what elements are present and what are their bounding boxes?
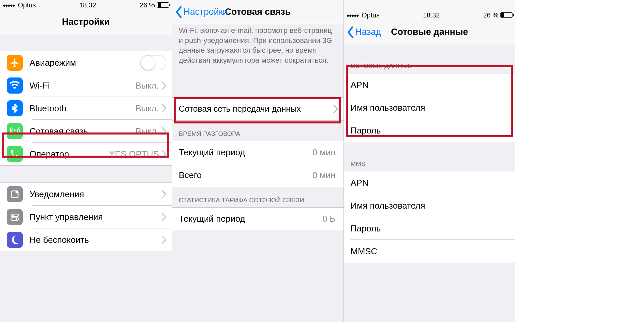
battery-icon	[157, 2, 169, 8]
row-label: APN	[351, 178, 510, 188]
row-value: 0 Б	[322, 214, 335, 224]
notifications-icon	[7, 186, 23, 202]
carrier-name: Optus	[362, 11, 379, 19]
row-wifi[interactable]: Wi-Fi Выкл.	[0, 74, 172, 97]
row-label: APN	[351, 80, 510, 90]
row-label: Wi-Fi	[30, 80, 136, 91]
battery-percentage: 26 %	[140, 1, 155, 9]
row-label: Текущий период	[179, 214, 322, 224]
row-label: Всего	[179, 170, 313, 180]
back-label: Настройки	[183, 7, 228, 17]
group-talk-time: Текущий период 0 мин Всего 0 мин	[172, 141, 343, 187]
row-carrier[interactable]: Оператор YES OPTUS	[0, 143, 172, 165]
group-general: Уведомления Пункт управления Не беспокои…	[0, 182, 172, 251]
header-cellular-data: СОТОВЫЕ ДАННЫЕ	[344, 44, 515, 73]
row-password[interactable]: Пароль	[344, 119, 515, 142]
row-apn[interactable]: APN	[344, 73, 515, 96]
row-label: Пароль	[351, 223, 510, 234]
chevron-right-icon	[162, 82, 166, 90]
navbar: Настройки Сотовая связь	[172, 0, 343, 24]
back-button[interactable]: Настройки	[175, 0, 228, 24]
row-mms-username[interactable]: Имя пользователя	[344, 194, 515, 217]
row-cellular[interactable]: Сотовая связь Выкл.	[0, 120, 172, 143]
status-bar: ●●●●● Optus 18:32 26 %	[0, 0, 172, 10]
svg-point-5	[16, 218, 17, 220]
screen-cellular: ●●●●● Optus 18:32 26 % Настройки Сотовая…	[172, 0, 343, 322]
chevron-right-icon	[333, 105, 338, 113]
airplane-icon	[7, 55, 23, 71]
row-cellular-data-network[interactable]: Сотовая сеть передачи данных	[172, 98, 343, 120]
row-mms-apn[interactable]: APN	[344, 171, 515, 194]
control-center-icon	[7, 209, 23, 225]
row-mms-password[interactable]: Пароль	[344, 217, 515, 240]
status-bar: ●●●●● Optus 18:32 26 %	[344, 10, 515, 20]
screen-cellular-data: .phone:nth-child(3) > div:first-child{di…	[343, 0, 515, 322]
content[interactable]: Wi-Fi, включая e-mail, просмотр веб-стра…	[172, 24, 343, 322]
back-button[interactable]: Назад	[347, 20, 381, 44]
cell-tower-icon	[7, 123, 23, 139]
content[interactable]: Авиарежим Wi-Fi Выкл. Bluetooth Выкл.	[0, 34, 172, 322]
row-label: MMSC	[351, 246, 510, 257]
row-label: Имя пользователя	[351, 201, 510, 211]
group-stats: Текущий период 0 Б	[172, 207, 343, 230]
row-stats-current[interactable]: Текущий период 0 Б	[172, 208, 343, 230]
signal-dots-icon: ●●●●●	[3, 2, 14, 8]
chevron-right-icon	[162, 236, 166, 244]
clock: 18:32	[380, 11, 483, 19]
phone-icon	[7, 146, 23, 162]
row-mmsc[interactable]: MMSC	[344, 240, 515, 263]
chevron-right-icon	[162, 190, 166, 198]
row-label: Bluetooth	[30, 103, 136, 114]
row-value: Выкл.	[136, 126, 159, 137]
row-label: Уведомления	[30, 189, 162, 200]
row-label: Имя пользователя	[351, 103, 510, 113]
row-value: Выкл.	[136, 103, 159, 114]
back-label: Назад	[355, 27, 381, 37]
wifi-icon	[7, 77, 23, 94]
bluetooth-icon	[7, 100, 23, 116]
page-title: Настройки	[62, 17, 110, 27]
row-value: 0 мин	[313, 147, 335, 158]
navbar: Настройки	[0, 10, 172, 34]
group-cellular-data: APN Имя пользователя Пароль	[344, 73, 515, 142]
row-label: Пароль	[351, 125, 510, 136]
group-mms: APN Имя пользователя Пароль MMSC	[344, 171, 515, 263]
row-bluetooth[interactable]: Bluetooth Выкл.	[0, 97, 172, 120]
content[interactable]: СОТОВЫЕ ДАННЫЕ APN Имя пользователя Паро…	[344, 44, 515, 322]
carrier-name: Optus	[18, 1, 36, 9]
header-talk-time: ВРЕМЯ РАЗГОВОРА	[172, 121, 343, 141]
header-stats: СТАТИСТИКА ТАРИФА СОТОВОЙ СВЯЗИ	[172, 187, 343, 207]
row-notifications[interactable]: Уведомления	[0, 183, 172, 206]
row-username[interactable]: Имя пользователя	[344, 96, 515, 119]
page-title: Сотовая связь	[225, 7, 290, 17]
chevron-right-icon	[162, 150, 166, 158]
row-control-center[interactable]: Пункт управления	[0, 206, 172, 228]
description-text: Wi-Fi, включая e-mail, просмотр веб-стра…	[172, 24, 343, 69]
extra-space	[515, 0, 644, 322]
group-connectivity: Авиарежим Wi-Fi Выкл. Bluetooth Выкл.	[0, 51, 172, 166]
battery-percentage: 26 %	[483, 11, 498, 19]
svg-point-1	[15, 191, 18, 194]
row-total[interactable]: Всего 0 мин	[172, 164, 343, 187]
navbar: Назад Сотовые данные	[344, 20, 515, 44]
battery-icon	[500, 12, 513, 18]
group-main: Сотовая сеть передачи данных	[172, 97, 343, 121]
chevron-right-icon	[162, 104, 166, 112]
row-current-period[interactable]: Текущий период 0 мин	[172, 141, 343, 164]
page-title: Сотовые данные	[391, 27, 468, 37]
row-airplane-mode[interactable]: Авиарежим	[0, 51, 172, 74]
row-label: Сотовая связь	[30, 126, 136, 137]
screen-settings-root: ●●●●● Optus 18:32 26 % Настройки Авиареж…	[0, 0, 172, 322]
chevron-right-icon	[162, 127, 166, 135]
row-dnd[interactable]: Не беспокоить	[0, 228, 172, 251]
row-label: Текущий период	[179, 147, 313, 158]
svg-rect-2	[11, 214, 19, 217]
e-status-bar	[344, 0, 515, 10]
moon-icon	[7, 232, 23, 248]
row-value: Выкл.	[136, 80, 159, 91]
row-value: YES OPTUS	[109, 149, 159, 159]
row-value: 0 мин	[313, 170, 335, 180]
toggle-airplane[interactable]	[140, 55, 166, 70]
signal-dots-icon: ●●●●●	[346, 12, 358, 18]
row-label: Оператор	[30, 149, 109, 159]
